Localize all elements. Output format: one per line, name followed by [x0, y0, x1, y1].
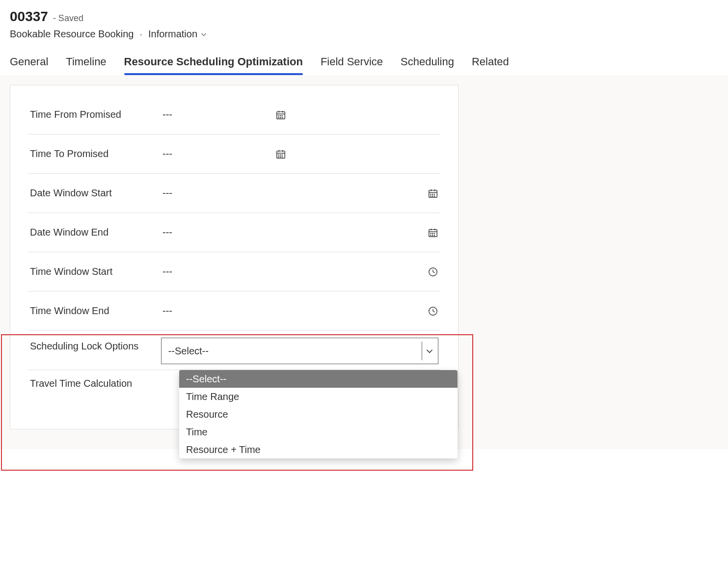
svg-point-19: [282, 156, 282, 157]
dropdown-option-resource-time[interactable]: Resource + Time: [179, 441, 458, 458]
tab-scheduling[interactable]: Scheduling: [401, 55, 454, 75]
svg-point-28: [432, 195, 433, 196]
field-scheduling-lock-options[interactable]: Scheduling Lock Options --Select--: [28, 331, 440, 370]
chevron-down-icon: [200, 31, 207, 38]
svg-point-7: [278, 117, 279, 117]
svg-line-42: [433, 272, 435, 273]
dropdown-option-time-range[interactable]: Time Range: [179, 388, 458, 405]
svg-point-36: [434, 233, 434, 234]
svg-point-37: [431, 235, 431, 235]
scheduling-lock-options-dropdown: --Select-- Time Range Resource Time Reso…: [179, 370, 458, 458]
svg-point-15: [280, 155, 281, 155]
field-time-from-promised[interactable]: Time From Promised ---: [28, 95, 440, 134]
svg-point-16: [282, 155, 282, 155]
field-value: ---: [162, 148, 172, 160]
field-value: ---: [162, 305, 172, 317]
field-label: Time Window Start: [30, 265, 162, 278]
field-label: Date Window Start: [30, 187, 162, 200]
field-label: Time From Promised: [30, 108, 162, 121]
field-value: ---: [162, 187, 172, 199]
calendar-icon[interactable]: [275, 109, 286, 120]
calendar-icon[interactable]: [428, 227, 438, 238]
svg-point-6: [282, 115, 282, 116]
svg-point-24: [431, 194, 431, 194]
svg-point-25: [432, 194, 433, 194]
dropdown-option-time[interactable]: Time: [179, 423, 458, 441]
field-label: Time Window End: [30, 304, 162, 318]
chevron-down-icon: [425, 347, 434, 355]
field-label: Time To Promised: [30, 147, 162, 160]
calendar-icon[interactable]: [428, 188, 438, 199]
record-title: 00337: [10, 9, 48, 25]
svg-point-4: [278, 115, 279, 116]
select-divider: [422, 342, 422, 360]
field-label: Date Window End: [30, 226, 162, 239]
field-label: Travel Time Calculation: [30, 377, 162, 390]
field-time-window-end[interactable]: Time Window End ---: [28, 292, 440, 331]
svg-point-14: [278, 155, 279, 155]
svg-point-27: [431, 195, 431, 196]
save-status: - Saved: [53, 13, 83, 24]
tab-list: General Timeline Resource Scheduling Opt…: [0, 40, 728, 75]
svg-point-38: [432, 235, 433, 235]
field-label: Scheduling Lock Options: [30, 338, 161, 353]
svg-point-26: [434, 194, 434, 194]
tab-timeline[interactable]: Timeline: [66, 55, 106, 75]
dropdown-option-resource[interactable]: Resource: [179, 405, 458, 423]
tab-general[interactable]: General: [10, 55, 48, 75]
field-time-to-promised[interactable]: Time To Promised ---: [28, 134, 440, 174]
svg-point-18: [280, 156, 281, 157]
field-value: ---: [162, 227, 172, 238]
tab-field-service[interactable]: Field Service: [321, 55, 383, 75]
field-value: ---: [162, 109, 172, 120]
svg-line-45: [433, 311, 435, 312]
select-value: --Select--: [168, 346, 209, 357]
calendar-icon[interactable]: [275, 149, 286, 160]
tab-resource-scheduling-optimization[interactable]: Resource Scheduling Optimization: [124, 55, 303, 75]
field-time-window-start[interactable]: Time Window Start ---: [28, 252, 440, 292]
clock-icon[interactable]: [428, 267, 438, 277]
svg-point-9: [282, 117, 282, 117]
separator: ·: [139, 28, 142, 40]
svg-point-5: [280, 115, 281, 116]
scheduling-lock-options-select[interactable]: --Select--: [161, 338, 438, 364]
form-panel: Time From Promised --- Time To Promised …: [10, 85, 458, 429]
field-date-window-end[interactable]: Date Window End ---: [28, 213, 440, 252]
tab-related[interactable]: Related: [472, 55, 509, 75]
svg-point-34: [431, 233, 431, 234]
svg-point-17: [278, 156, 279, 157]
clock-icon[interactable]: [428, 306, 438, 317]
field-value: ---: [162, 266, 172, 277]
form-header: 00337 - Saved Bookable Resource Booking …: [0, 0, 728, 40]
svg-point-8: [280, 117, 281, 117]
svg-point-39: [434, 235, 434, 235]
svg-point-35: [432, 233, 433, 234]
field-date-window-start[interactable]: Date Window Start ---: [28, 174, 440, 213]
svg-point-29: [434, 195, 434, 196]
entity-name: Bookable Resource Booking: [10, 28, 134, 40]
form-name: Information: [148, 28, 197, 40]
form-selector[interactable]: Information: [148, 28, 207, 40]
dropdown-option-select[interactable]: --Select--: [179, 370, 458, 388]
